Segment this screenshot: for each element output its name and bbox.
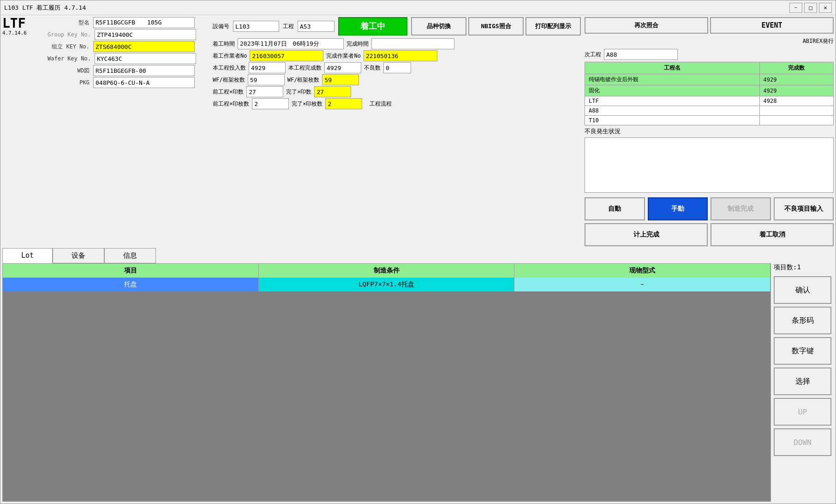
type-label: 型名 (48, 19, 91, 27)
maximize-button[interactable]: □ (804, 3, 817, 13)
group-key-label: Group Key No. (48, 31, 93, 38)
down-button[interactable]: DOWN (774, 428, 831, 456)
switch-button[interactable]: 品种切換 (411, 17, 466, 36)
th-physical: 现物型式 (514, 264, 770, 278)
type-row: 型名 (48, 17, 209, 28)
select-button[interactable]: 选择 (774, 368, 831, 395)
complete-worker-input[interactable] (364, 50, 437, 61)
print-button[interactable]: 打印配列显示 (525, 17, 581, 36)
flow-row-process-3: A88 (585, 106, 760, 116)
ltf-version: 4.7.14.6 (2, 30, 44, 36)
start-worker-input[interactable] (250, 50, 323, 61)
tab-lot[interactable]: Lot (2, 248, 53, 263)
flow-row-process-1: 固化 (585, 85, 760, 96)
wd-input[interactable] (93, 65, 195, 76)
wd-row: WD図 (48, 65, 209, 76)
flow-row-count-3 (759, 106, 834, 116)
th-item: 项目 (3, 264, 259, 278)
group-key-input[interactable] (95, 29, 196, 40)
title-bar: L103 LTF 着工履历 4.7.14 － □ × (0, 0, 836, 15)
prev-x2-label: 前工程×印枚数 (213, 100, 249, 108)
window-title: L103 LTF 着工履历 4.7.14 (4, 4, 86, 12)
device-label: 設備号 (213, 23, 229, 30)
up-button[interactable]: UP (774, 398, 831, 426)
numpad-button[interactable]: 数字键 (774, 337, 831, 365)
prev-x-input[interactable] (246, 86, 283, 97)
process-flow-label: 工程流程 (370, 100, 392, 108)
complete-count-input[interactable] (324, 62, 361, 73)
minimize-button[interactable]: － (789, 3, 802, 13)
done-x2-input[interactable] (325, 98, 362, 109)
title-bar-controls: － □ × (789, 3, 832, 13)
done-x-label: 完了×印数 (286, 88, 311, 96)
type-input[interactable] (93, 17, 195, 28)
confirm-button[interactable]: 确认 (774, 276, 831, 304)
event-button[interactable]: EVENT (710, 17, 834, 34)
title-bar-left: L103 LTF 着工履历 4.7.14 (4, 4, 86, 12)
next-process-input[interactable] (604, 49, 678, 60)
input-count-input[interactable] (249, 62, 286, 73)
right-panel: 再次照合 EVENT ABIREX発行 次工程 工程名 完成数 (585, 17, 834, 246)
pkg-label: PKG (48, 79, 91, 86)
device-input[interactable] (233, 21, 279, 32)
flow-col-process: 工程名 (585, 62, 760, 74)
complete-count-label: 本工程完成数 (288, 64, 322, 72)
kumitate-input[interactable] (93, 41, 195, 52)
nbigs-button[interactable]: NBIGS照合 (468, 17, 524, 36)
mfg-complete-button[interactable]: 制造完成 (711, 197, 771, 220)
status-button[interactable]: 着工中 (338, 17, 407, 36)
remerge-row: 再次照合 EVENT (585, 17, 834, 34)
group-key-row: Group Key No. (48, 29, 209, 40)
count-complete-button[interactable]: 计上完成 (585, 223, 708, 246)
defect-count-label: 不良数 (364, 64, 381, 72)
start-time-input[interactable] (238, 38, 344, 49)
wd-label: WD図 (48, 67, 91, 75)
defect-area (585, 137, 834, 193)
tabs-area: Lot 设备 信息 (2, 248, 834, 263)
close-button[interactable]: × (819, 3, 832, 13)
th-condition: 制造条件 (259, 264, 515, 278)
barcode-button[interactable]: 条形码 (774, 307, 831, 334)
wf-input-field[interactable] (248, 74, 285, 85)
next-process-row: ABIREX発行 (585, 37, 834, 45)
table-header: 项目 制造条件 现物型式 (3, 264, 770, 278)
td-physical-0: － (514, 278, 770, 291)
next-process-label: 次工程 (585, 51, 601, 59)
flow-row-process-2: LTF (585, 96, 760, 106)
complete-time-input[interactable] (371, 38, 454, 49)
auto-button[interactable]: 自動 (585, 197, 645, 220)
count-row: 本工程投入数 本工程完成数 不良数 (213, 62, 581, 73)
wafer-input[interactable] (95, 53, 196, 64)
fields-left: 型名 Group Key No. 组立 KEY No. Wafer Key No… (48, 17, 209, 246)
start-time-label: 着工時間 (213, 40, 235, 48)
done-x-input[interactable] (314, 86, 351, 97)
ltf-title: LTF (2, 17, 44, 30)
time-row: 着工時間 完成時間 (213, 38, 581, 49)
prev-x2-input[interactable] (252, 98, 289, 109)
defect-section: 不良発生状況 (585, 127, 834, 193)
wafer-row: Wafer Key No. (48, 53, 209, 64)
abirex-label: ABIREX発行 (585, 37, 834, 45)
process-input[interactable] (298, 21, 334, 32)
remerge-button[interactable]: 再次照合 (585, 17, 708, 34)
item-count: 项目数:1 (774, 263, 834, 272)
prev-x-label: 前工程×印数 (213, 88, 244, 96)
start-worker-label: 着工作業者No (213, 52, 247, 60)
flow-row-count-2: 4928 (759, 96, 834, 106)
flow-row-count-1: 4929 (759, 85, 834, 96)
table-row-0[interactable]: 托盘LQFP7×7×1.4托盘－ (3, 278, 770, 291)
top-buttons: 品种切換 NBIGS照合 打印配列显示 (411, 17, 581, 36)
defect-input-button[interactable]: 不良项目输入 (774, 197, 834, 220)
tab-info[interactable]: 信息 (104, 248, 156, 263)
input-count-label: 本工程投入数 (213, 64, 246, 72)
wf-complete-input[interactable] (322, 74, 359, 85)
manual-button[interactable]: 手動 (648, 197, 708, 220)
tab-equipment[interactable]: 设备 (53, 248, 104, 263)
prev-x2-row: 前工程×印枚数 完了×印枚数 工程流程 (213, 98, 581, 109)
content-area: LTF 4.7.14.6 型名 Group Key No. 组立 KEY No. (0, 15, 836, 504)
center-area: 設備号 工程 着工中 品种切換 NBIGS照合 打印配列显示 着工時間 完成時間 (213, 17, 581, 246)
right-buttons: 项目数:1 确认 条形码 数字键 选择 UP DOWN (774, 263, 834, 502)
pkg-input[interactable] (93, 77, 195, 88)
defect-count-input[interactable] (383, 62, 411, 73)
cancel-button[interactable]: 着工取消 (711, 223, 834, 246)
